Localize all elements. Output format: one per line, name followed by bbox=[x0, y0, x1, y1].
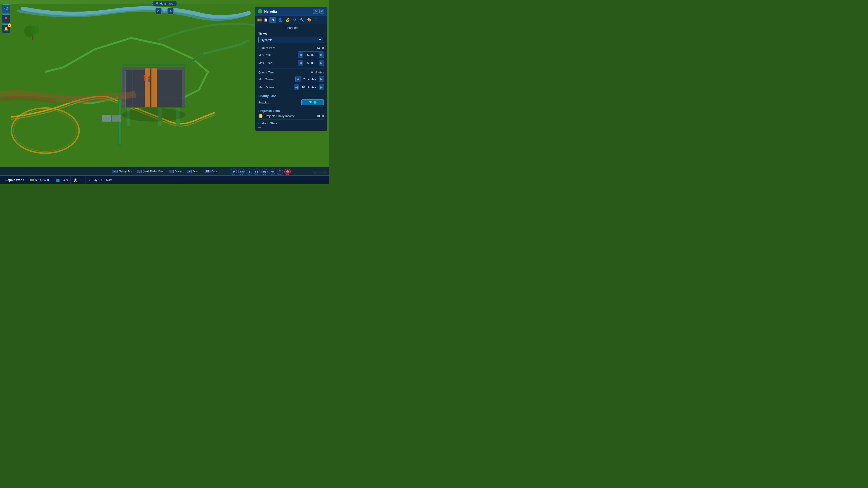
svg-rect-7 bbox=[176, 108, 180, 126]
pin-icon-wrapper: 📍 bbox=[2, 14, 10, 23]
max-queue-row: Max. Queue ◀ 10 minutes ▶ bbox=[258, 83, 324, 91]
money-icon: 💵 bbox=[30, 178, 34, 182]
tab-finances[interactable]: $ bbox=[270, 17, 276, 23]
min-queue-value: 2 minutes bbox=[301, 77, 319, 81]
guests-icon: 👥 bbox=[56, 178, 60, 182]
pan-icon[interactable]: ✛ bbox=[167, 8, 174, 14]
power-button[interactable]: ⏻ bbox=[284, 168, 291, 175]
park-name-segment: Sophie World bbox=[3, 175, 27, 184]
svg-rect-5 bbox=[127, 108, 130, 126]
min-queue-label: Min. Queue bbox=[258, 77, 296, 81]
min-price-row: Min. Price ◀ $0.00 ▶ bbox=[258, 51, 324, 59]
ticket-type-dropdown-row: Dynamic ▼ bbox=[258, 37, 324, 43]
current-price-value: $4.08 bbox=[316, 46, 324, 50]
toggle-dot-icon bbox=[314, 101, 316, 104]
max-price-label: Max. Price bbox=[258, 61, 298, 65]
min-queue-row: Min. Queue ◀ 2 minutes ▶ bbox=[258, 75, 324, 83]
svg-rect-14 bbox=[144, 77, 146, 80]
svg-rect-18 bbox=[32, 36, 33, 40]
priority-pass-section: Priority Pass Enabled Off bbox=[258, 94, 324, 106]
tab-paint[interactable]: 🎨 bbox=[306, 17, 312, 23]
min-price-increase-button[interactable]: ▶ bbox=[319, 52, 324, 58]
max-queue-label: Max. Queue bbox=[258, 86, 293, 89]
delete-key: ○ bbox=[169, 170, 174, 173]
projected-daily-income-row: 🪙 Projected Daily Income $0.00 bbox=[258, 114, 324, 118]
ticket-type-dropdown[interactable]: Dynamic ▼ bbox=[258, 37, 324, 43]
radial-menu-key: △ bbox=[137, 170, 142, 173]
min-queue-increase-button[interactable]: ▶ bbox=[319, 76, 324, 82]
max-price-value: $5.00 bbox=[303, 61, 319, 65]
skip-back-button[interactable]: ⏮ bbox=[230, 168, 237, 175]
status-bar: Sophie World 💵 $611,002.85 👥 1,439 ⭐ 2.9… bbox=[0, 175, 329, 184]
rotate-icon[interactable]: ⟳ bbox=[155, 8, 162, 14]
right-panel: ✓ Nerodia ⚙ ✕ 11 📋 $ 👤 💰 ⚙ 🔧 🎨 ☰ Finance… bbox=[255, 7, 327, 131]
move-controls: ⟳ + ✛ bbox=[155, 8, 174, 14]
notification-badge: 1 bbox=[8, 24, 11, 27]
tab-guests[interactable]: 👤 bbox=[277, 17, 283, 23]
panel-level-badge: 11 bbox=[257, 19, 262, 22]
svg-rect-20 bbox=[112, 115, 121, 122]
max-price-stepper: ◀ $5.00 ▶ bbox=[298, 60, 324, 66]
svg-point-21 bbox=[122, 108, 185, 122]
queue-time-label: Queue Time bbox=[258, 71, 274, 74]
svg-point-17 bbox=[31, 26, 39, 35]
action-back: R1 Back bbox=[205, 170, 217, 173]
bell-icon-wrapper: 🔔 1 bbox=[2, 24, 10, 33]
rating-icon: ⭐ bbox=[73, 178, 77, 182]
queue-time-row: Queue Time 0 minutes bbox=[258, 70, 324, 75]
heatmaps-dot-icon bbox=[156, 2, 158, 4]
fast-forward-button[interactable]: ▶▶ bbox=[254, 168, 260, 175]
dropdown-chevron-icon: ▼ bbox=[318, 38, 321, 41]
tab-tools[interactable]: 🔧 bbox=[298, 17, 305, 23]
camera-button[interactable]: 📷 bbox=[269, 168, 275, 175]
action-delete: ○ Delete bbox=[169, 170, 182, 173]
left-sidebar: 🗺 📍 🔔 1 bbox=[2, 4, 10, 33]
panel-settings-icon[interactable]: ⚙ bbox=[313, 9, 318, 14]
rating-segment: ⭐ 2.9 bbox=[71, 175, 86, 184]
max-queue-stepper: ◀ 10 minutes ▶ bbox=[293, 84, 324, 90]
svg-rect-15 bbox=[148, 78, 150, 82]
action-radial-menu: △ (Hold) Radial Menu bbox=[137, 170, 164, 173]
pause-button[interactable]: ⏸ bbox=[246, 168, 252, 175]
day-segment: ☀ Day 1 11:06 am bbox=[86, 175, 115, 184]
map-button[interactable]: 🗺 bbox=[2, 4, 10, 13]
panel-header: ✓ Nerodia ⚙ ✕ bbox=[255, 7, 327, 16]
min-price-value: $0.00 bbox=[303, 53, 319, 57]
priority-pass-title: Priority Pass bbox=[258, 94, 324, 98]
select-label: Select bbox=[193, 170, 199, 173]
historic-stats-title: Historic Stats bbox=[258, 122, 324, 125]
max-queue-decrease-button[interactable]: ◀ bbox=[294, 84, 299, 90]
current-price-label: Current Price bbox=[258, 46, 276, 50]
skip-forward-button[interactable]: ⏭ bbox=[261, 168, 268, 175]
min-queue-decrease-button[interactable]: ◀ bbox=[296, 76, 301, 82]
back-label: Back bbox=[211, 170, 217, 173]
top-bar: Heatmaps bbox=[0, 0, 329, 7]
pin-button[interactable]: 📍 bbox=[2, 14, 10, 23]
tab-settings[interactable]: ⚙ bbox=[291, 17, 298, 23]
heatmaps-button[interactable]: Heatmaps bbox=[152, 1, 177, 6]
tab-menu[interactable]: ☰ bbox=[313, 17, 320, 23]
divider-2 bbox=[258, 93, 324, 93]
location-button[interactable]: 📍 bbox=[277, 168, 283, 175]
svg-point-11 bbox=[13, 110, 77, 151]
tab-clipboard[interactable]: 📋 bbox=[262, 17, 269, 23]
priority-toggle-button[interactable]: Off bbox=[301, 99, 324, 105]
projected-daily-income-label: Projected Daily Income bbox=[265, 114, 295, 118]
svg-point-16 bbox=[24, 26, 35, 37]
tab-income[interactable]: 💰 bbox=[284, 17, 291, 23]
toggle-value: Off bbox=[309, 101, 312, 104]
min-price-decrease-button[interactable]: ◀ bbox=[298, 52, 303, 58]
svg-point-12 bbox=[144, 75, 146, 77]
rewind-button[interactable]: ◀◀ bbox=[238, 168, 245, 175]
max-price-decrease-button[interactable]: ◀ bbox=[298, 60, 303, 66]
max-queue-increase-button[interactable]: ▶ bbox=[319, 84, 324, 90]
panel-close-icon[interactable]: ✕ bbox=[319, 9, 324, 14]
panel-title-area: ✓ Nerodia bbox=[258, 9, 277, 13]
ticket-label: Ticket bbox=[258, 32, 324, 35]
back-key: R1 bbox=[205, 170, 211, 173]
min-price-label: Min. Price bbox=[258, 53, 298, 57]
finances-section: Finances Ticket Dynamic ▼ Current Price … bbox=[255, 24, 327, 131]
max-price-increase-button[interactable]: ▶ bbox=[319, 60, 324, 66]
svg-point-10 bbox=[11, 108, 79, 153]
money-segment: 💵 $611,002.85 bbox=[27, 175, 53, 184]
